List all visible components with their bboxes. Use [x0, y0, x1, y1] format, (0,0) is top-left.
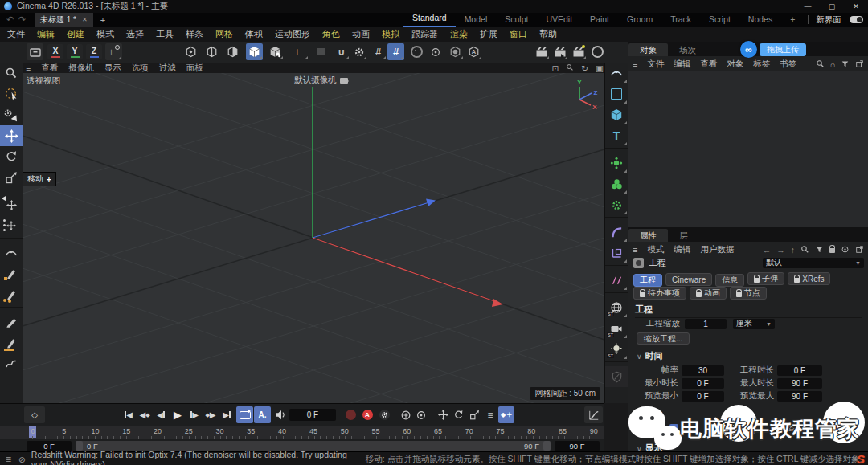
viewport-solo-icon[interactable] [447, 43, 464, 60]
layout-tab-paint[interactable]: Paint [581, 13, 618, 27]
am-up-icon[interactable]: ↑ [791, 245, 795, 255]
edges-mode-icon[interactable] [203, 43, 220, 60]
upload-button[interactable]: 拖拽上传 [760, 43, 806, 56]
scale-project-button[interactable]: 缩放工程... [637, 332, 690, 345]
pan-view-icon[interactable]: ⊡ [551, 63, 559, 73]
interface-toggle[interactable] [850, 16, 863, 23]
layout-tab-nodes[interactable]: Nodes [739, 13, 781, 27]
fps-field[interactable]: 30 [682, 365, 724, 376]
am-filter-icon[interactable] [815, 245, 824, 254]
menu-render[interactable]: 渲染 [450, 28, 468, 40]
scale-tool-icon[interactable] [0, 167, 23, 188]
axis-scale-tool-icon[interactable] [0, 215, 23, 236]
chip-animation[interactable]: 动画 [690, 287, 727, 300]
layout-tab-standard[interactable]: Standard [403, 12, 456, 27]
am-search-icon[interactable] [800, 245, 809, 254]
minimize-button[interactable]: — [796, 0, 820, 13]
new-interface-label[interactable]: 新界面 [813, 13, 845, 27]
axis-move-tool-icon[interactable] [0, 194, 23, 215]
render-picture-viewer-icon[interactable] [551, 43, 568, 60]
loop-mode-button[interactable] [236, 406, 253, 423]
sky-environment-icon[interactable]: ST [605, 297, 628, 318]
menu-select[interactable]: 选择 [126, 28, 144, 40]
record-param-move-icon[interactable] [435, 406, 451, 423]
om-menu-view[interactable]: 查看 [700, 59, 717, 70]
menu-edit[interactable]: 编辑 [37, 28, 55, 40]
keyframe-diamond-button[interactable]: ◇ [24, 406, 45, 423]
om-detach-icon[interactable] [855, 59, 864, 68]
tweak-target-icon[interactable] [427, 43, 444, 60]
spline-primitive-icon[interactable] [605, 84, 628, 104]
keyframe-selection-icon[interactable] [376, 406, 392, 423]
status-hamburger-icon[interactable]: ≡ [6, 454, 11, 465]
menu-volume[interactable]: 体积 [245, 28, 263, 40]
quantize-grid-icon[interactable]: # [387, 43, 404, 60]
menu-spline[interactable]: 样条 [186, 28, 203, 40]
close-button[interactable]: ✕ [844, 0, 868, 13]
preview-min-field[interactable]: 0 F [682, 391, 724, 402]
chip-cineware[interactable]: Cineware [665, 273, 712, 286]
tab-layers[interactable]: 层 [668, 229, 699, 242]
unit-dropdown[interactable]: 厘米 ▼ [733, 319, 775, 329]
record-position-icon[interactable] [398, 406, 414, 423]
menu-create[interactable]: 创建 [67, 28, 84, 40]
chip-nodes[interactable]: 节点 [730, 287, 767, 300]
camera-object-icon[interactable]: ST [605, 318, 628, 339]
model-mode-icon[interactable] [246, 43, 263, 60]
axis-lock-z-button[interactable]: Z [86, 44, 102, 59]
menu-file[interactable]: 文件 [7, 28, 25, 40]
workplane-icon[interactable]: ∟ [292, 43, 309, 60]
document-close-icon[interactable]: ✕ [82, 16, 88, 23]
viewport[interactable]: 透视视图 默认摄像机 Y Z X 移动 + 网格间距 : 50 cm [23, 73, 604, 403]
om-menu-objects[interactable]: 对象 [727, 59, 743, 70]
layout-tab-uvedit[interactable]: UVEdit [537, 13, 581, 27]
material-manager-icon[interactable] [589, 43, 606, 60]
redo-icon[interactable]: ↷ [16, 14, 28, 25]
next-key-button[interactable]: ◆▶ [203, 406, 219, 423]
om-home-icon[interactable]: ⌂ [830, 59, 835, 69]
add-layout-button[interactable]: + [781, 13, 804, 27]
am-back-icon[interactable]: ← [763, 245, 772, 255]
new-document-button[interactable]: + [100, 15, 105, 25]
sound-button[interactable] [272, 406, 289, 423]
om-menu-tags[interactable]: 标签 [753, 59, 770, 70]
bend-deformer-icon[interactable] [605, 222, 628, 243]
spline-pen-icon[interactable] [605, 63, 628, 84]
autokey-icon[interactable]: A [359, 406, 375, 423]
sketch-pen-tool-icon[interactable] [0, 263, 23, 284]
vp-menu-view[interactable]: 查看 [41, 63, 58, 74]
exec-check1-box[interactable]: ✓ [669, 424, 678, 433]
time-section-header[interactable]: ∨ 时间 [637, 350, 663, 362]
timeline-ruler[interactable]: 051015202530354045505560657075808590 [0, 426, 604, 439]
vp-menu-options[interactable]: 选项 [132, 63, 149, 74]
play-button[interactable]: ▶ [170, 406, 186, 423]
record-keyframe-icon[interactable] [342, 406, 358, 423]
menu-character[interactable]: 角色 [322, 28, 340, 40]
points-mode-icon[interactable] [182, 43, 199, 60]
render-view-icon[interactable] [533, 43, 550, 60]
tab-objects[interactable]: 对象 [628, 43, 668, 56]
mograph-gear-icon[interactable] [605, 194, 628, 215]
chip-xrefs[interactable]: XRefs [788, 272, 830, 285]
object-list[interactable] [628, 71, 868, 227]
solo-auto-icon[interactable]: A [465, 43, 482, 60]
brush-tool-icon[interactable] [0, 312, 23, 332]
current-frame-field[interactable]: 0 F [289, 409, 336, 421]
menu-help[interactable]: 帮助 [539, 28, 557, 40]
prev-frame-button[interactable]: ◀ [153, 406, 169, 423]
preset-dropdown[interactable]: 默认 ▼ [763, 258, 864, 268]
axis-lock-x-button[interactable]: X [47, 44, 63, 59]
layout-tab-model[interactable]: Model [456, 13, 497, 27]
axis-lock-y-button[interactable]: Y [67, 44, 83, 59]
record-rotation-icon[interactable] [450, 406, 466, 423]
rotate-view-icon[interactable]: ↻ [581, 63, 588, 73]
exec-check2-box[interactable]: ✓ [739, 424, 748, 433]
symmetry-instance-icon[interactable] [605, 270, 628, 291]
chip-project[interactable]: 工程 [633, 274, 662, 287]
am-menu-edit[interactable]: 编辑 [674, 244, 690, 255]
light-object-icon[interactable]: ST [605, 339, 628, 360]
drag-upload-overlay[interactable]: ∞ 拖拽上传 [740, 41, 806, 58]
range-end-field[interactable]: 90 F [555, 441, 600, 451]
menu-mograph[interactable]: 运动图形 [275, 28, 310, 40]
live-selection-icon[interactable] [0, 84, 23, 104]
